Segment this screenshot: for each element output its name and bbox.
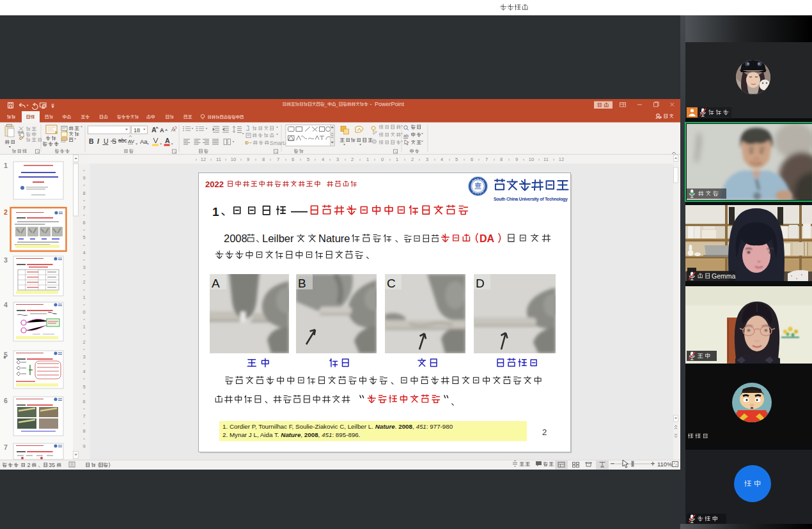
svg-text:0: 0 [381,157,384,162]
svg-text:12: 12 [201,157,206,162]
svg-text:9: 9 [82,443,85,449]
svg-text:12: 12 [559,157,564,162]
svg-text:D: D [476,277,485,290]
svg-text:DA: DA [480,233,495,244]
svg-text:2. Mynar J L, Aida T. Nature,: 2. Mynar J L, Aida T. Nature, 2008, 451:… [223,431,361,438]
svg-text:1. Cordier P, Tournilhac F, So: 1. Cordier P, Tournilhac F, Soulie-Ziako… [223,423,453,430]
svg-text:Leilber: Leilber [262,233,294,244]
svg-text:A: A [212,277,220,290]
svg-text:3: 3 [4,256,8,264]
svg-text:2: 2 [27,462,31,468]
svg-text:_: _ [324,102,327,107]
svg-text:110%: 110% [657,461,673,468]
svg-text:10: 10 [529,157,534,162]
svg-text:9: 9 [247,157,249,162]
svg-text:2: 2 [411,157,414,162]
svg-text:AV: AV [128,139,135,144]
svg-text:18: 18 [134,127,140,134]
svg-text:S: S [112,137,116,145]
svg-text:1: 1 [82,295,85,300]
svg-text:-: - [370,101,372,107]
svg-text:0: 0 [82,309,85,315]
svg-text:A: A [160,127,164,134]
svg-text:2: 2 [82,279,85,285]
svg-text:4: 4 [4,301,8,309]
svg-text:Aa: Aa [140,138,148,145]
svg-text:6: 6 [292,157,294,162]
svg-text:10: 10 [231,157,236,162]
svg-text:9: 9 [515,157,518,162]
svg-text:6: 6 [82,220,85,226]
svg-text:8: 8 [82,190,85,196]
svg-text:2: 2 [82,339,85,345]
svg-text:11: 11 [216,157,221,162]
svg-text:4: 4 [322,157,324,162]
svg-text:3: 3 [82,354,85,360]
svg-text:U: U [104,137,109,145]
svg-text:ab: ab [403,134,409,138]
svg-text:1: 1 [212,205,219,218]
svg-text:8: 8 [500,157,503,162]
svg-text:9: 9 [82,175,85,181]
svg-text:7: 7 [82,205,85,211]
svg-text:2: 2 [4,208,8,216]
svg-text:4: 4 [82,250,85,256]
svg-text:7: 7 [4,443,8,451]
svg-text:6: 6 [82,399,85,404]
svg-text:2008: 2008 [224,233,247,244]
svg-text:5: 5 [455,157,458,162]
svg-text:PowerPoint: PowerPoint [375,101,405,107]
svg-text:11: 11 [543,157,549,162]
svg-text:8: 8 [262,157,265,162]
svg-text:7: 7 [277,157,279,162]
svg-text:6: 6 [471,157,473,162]
svg-text:_: _ [335,102,339,107]
svg-text:1: 1 [366,157,369,162]
svg-text:1: 1 [4,162,8,169]
svg-text:7: 7 [485,157,488,162]
svg-text:2: 2 [351,157,354,162]
svg-text:3: 3 [82,264,85,270]
svg-text:B: B [89,137,94,145]
svg-text:5: 5 [82,384,85,390]
svg-text:35: 35 [49,462,55,468]
svg-text:C: C [387,277,396,290]
svg-text:5: 5 [82,234,85,240]
svg-text:South China University of Tech: South China University of Technology [494,197,568,202]
svg-text:4: 4 [441,157,443,162]
svg-text:2022: 2022 [205,180,224,189]
svg-text:5: 5 [307,157,309,162]
svg-text:4: 4 [82,369,85,374]
svg-text:*: * [3,355,6,364]
svg-text:Nature: Nature [318,233,350,244]
svg-text:2: 2 [542,427,547,437]
svg-text:3: 3 [426,157,428,162]
svg-text:abc: abc [118,137,127,144]
svg-text:7: 7 [82,413,85,419]
svg-text:Gemma: Gemma [712,272,736,280]
svg-text:B: B [298,277,306,290]
svg-text:1: 1 [82,324,85,330]
svg-text:6: 6 [4,397,8,404]
svg-text:A: A [165,137,170,144]
svg-text:3: 3 [336,157,339,162]
svg-text:8: 8 [82,428,85,434]
svg-text:1: 1 [396,157,398,162]
svg-text:A: A [152,126,157,134]
